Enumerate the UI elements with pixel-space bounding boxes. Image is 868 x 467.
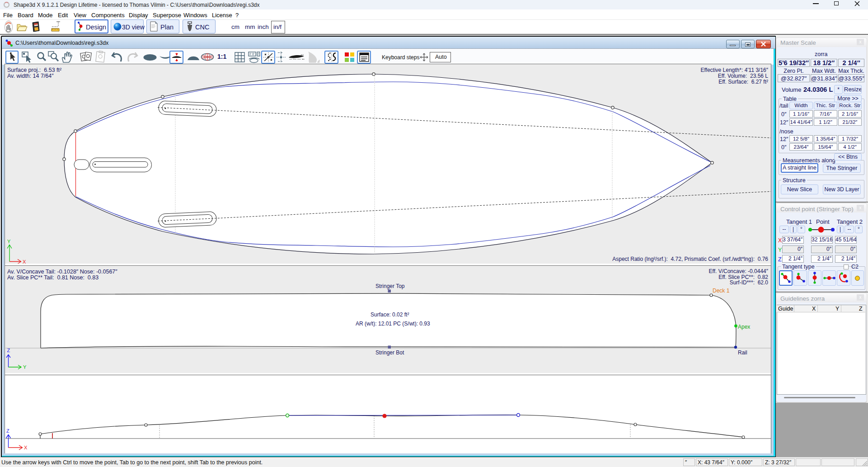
svg-text:Y: Y — [7, 239, 11, 244]
svg-text:Y: Y — [23, 364, 27, 370]
svg-text:X: X — [24, 445, 28, 450]
svg-text:Z: Z — [6, 428, 9, 434]
svg-text:Z: Z — [7, 348, 10, 353]
